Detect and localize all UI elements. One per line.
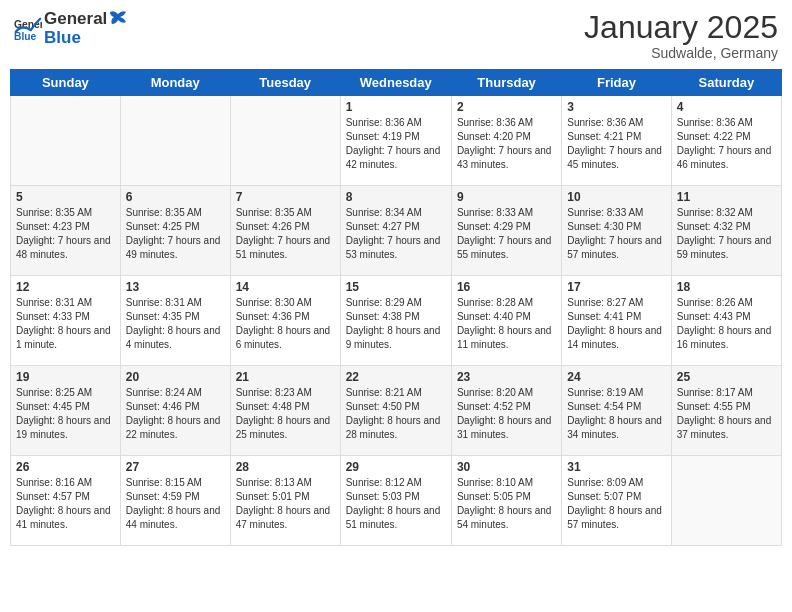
weekday-header-wednesday: Wednesday	[340, 70, 451, 96]
calendar-cell: 3Sunrise: 8:36 AMSunset: 4:21 PMDaylight…	[562, 96, 671, 186]
day-info: Sunrise: 8:12 AMSunset: 5:03 PMDaylight:…	[346, 476, 446, 532]
calendar-cell: 31Sunrise: 8:09 AMSunset: 5:07 PMDayligh…	[562, 456, 671, 546]
day-info: Sunrise: 8:33 AMSunset: 4:30 PMDaylight:…	[567, 206, 665, 262]
sunrise-text: Sunrise: 8:31 AM	[126, 297, 202, 308]
calendar-cell: 5Sunrise: 8:35 AMSunset: 4:23 PMDaylight…	[11, 186, 121, 276]
day-info: Sunrise: 8:21 AMSunset: 4:50 PMDaylight:…	[346, 386, 446, 442]
sunset-text: Sunset: 4:48 PM	[236, 401, 310, 412]
day-info: Sunrise: 8:34 AMSunset: 4:27 PMDaylight:…	[346, 206, 446, 262]
sunrise-text: Sunrise: 8:35 AM	[126, 207, 202, 218]
logo-bird-icon	[108, 10, 128, 28]
sunset-text: Sunset: 4:55 PM	[677, 401, 751, 412]
sunset-text: Sunset: 4:43 PM	[677, 311, 751, 322]
day-number: 22	[346, 370, 446, 384]
daylight-text: Daylight: 8 hours and 28 minutes.	[346, 415, 441, 440]
calendar-cell	[671, 456, 781, 546]
day-number: 11	[677, 190, 776, 204]
sunset-text: Sunset: 4:21 PM	[567, 131, 641, 142]
sunrise-text: Sunrise: 8:27 AM	[567, 297, 643, 308]
sunrise-text: Sunrise: 8:30 AM	[236, 297, 312, 308]
svg-text:Blue: Blue	[14, 31, 37, 42]
sunset-text: Sunset: 4:41 PM	[567, 311, 641, 322]
calendar-cell	[120, 96, 230, 186]
sunrise-text: Sunrise: 8:31 AM	[16, 297, 92, 308]
calendar-week-row: 12Sunrise: 8:31 AMSunset: 4:33 PMDayligh…	[11, 276, 782, 366]
sunrise-text: Sunrise: 8:35 AM	[236, 207, 312, 218]
day-number: 18	[677, 280, 776, 294]
daylight-text: Daylight: 8 hours and 16 minutes.	[677, 325, 772, 350]
day-number: 14	[236, 280, 335, 294]
logo-icon: General Blue	[14, 15, 42, 43]
sunrise-text: Sunrise: 8:34 AM	[346, 207, 422, 218]
calendar-week-row: 1Sunrise: 8:36 AMSunset: 4:19 PMDaylight…	[11, 96, 782, 186]
sunrise-text: Sunrise: 8:26 AM	[677, 297, 753, 308]
sunrise-text: Sunrise: 8:25 AM	[16, 387, 92, 398]
sunset-text: Sunset: 4:54 PM	[567, 401, 641, 412]
calendar-table: SundayMondayTuesdayWednesdayThursdayFrid…	[10, 69, 782, 546]
sunrise-text: Sunrise: 8:17 AM	[677, 387, 753, 398]
day-number: 16	[457, 280, 556, 294]
sunset-text: Sunset: 4:19 PM	[346, 131, 420, 142]
sunrise-text: Sunrise: 8:28 AM	[457, 297, 533, 308]
daylight-text: Daylight: 7 hours and 48 minutes.	[16, 235, 111, 260]
day-info: Sunrise: 8:13 AMSunset: 5:01 PMDaylight:…	[236, 476, 335, 532]
calendar-cell: 25Sunrise: 8:17 AMSunset: 4:55 PMDayligh…	[671, 366, 781, 456]
day-info: Sunrise: 8:15 AMSunset: 4:59 PMDaylight:…	[126, 476, 225, 532]
calendar-cell: 2Sunrise: 8:36 AMSunset: 4:20 PMDaylight…	[451, 96, 561, 186]
weekday-header-friday: Friday	[562, 70, 671, 96]
daylight-text: Daylight: 8 hours and 37 minutes.	[677, 415, 772, 440]
calendar-cell: 23Sunrise: 8:20 AMSunset: 4:52 PMDayligh…	[451, 366, 561, 456]
sunset-text: Sunset: 5:03 PM	[346, 491, 420, 502]
page-header: General Blue General Blue January 2025 S…	[10, 10, 782, 61]
sunset-text: Sunset: 4:26 PM	[236, 221, 310, 232]
sunset-text: Sunset: 4:30 PM	[567, 221, 641, 232]
daylight-text: Daylight: 8 hours and 44 minutes.	[126, 505, 221, 530]
day-number: 3	[567, 100, 665, 114]
daylight-text: Daylight: 7 hours and 53 minutes.	[346, 235, 441, 260]
calendar-week-row: 19Sunrise: 8:25 AMSunset: 4:45 PMDayligh…	[11, 366, 782, 456]
calendar-week-row: 26Sunrise: 8:16 AMSunset: 4:57 PMDayligh…	[11, 456, 782, 546]
sunrise-text: Sunrise: 8:32 AM	[677, 207, 753, 218]
calendar-subtitle: Sudwalde, Germany	[584, 45, 778, 61]
sunrise-text: Sunrise: 8:36 AM	[457, 117, 533, 128]
calendar-cell: 11Sunrise: 8:32 AMSunset: 4:32 PMDayligh…	[671, 186, 781, 276]
day-number: 26	[16, 460, 115, 474]
calendar-cell: 12Sunrise: 8:31 AMSunset: 4:33 PMDayligh…	[11, 276, 121, 366]
day-number: 25	[677, 370, 776, 384]
calendar-cell: 7Sunrise: 8:35 AMSunset: 4:26 PMDaylight…	[230, 186, 340, 276]
weekday-header-thursday: Thursday	[451, 70, 561, 96]
daylight-text: Daylight: 7 hours and 42 minutes.	[346, 145, 441, 170]
day-info: Sunrise: 8:35 AMSunset: 4:26 PMDaylight:…	[236, 206, 335, 262]
sunrise-text: Sunrise: 8:12 AM	[346, 477, 422, 488]
sunrise-text: Sunrise: 8:23 AM	[236, 387, 312, 398]
day-info: Sunrise: 8:26 AMSunset: 4:43 PMDaylight:…	[677, 296, 776, 352]
calendar-cell: 9Sunrise: 8:33 AMSunset: 4:29 PMDaylight…	[451, 186, 561, 276]
weekday-header-monday: Monday	[120, 70, 230, 96]
calendar-cell: 22Sunrise: 8:21 AMSunset: 4:50 PMDayligh…	[340, 366, 451, 456]
daylight-text: Daylight: 7 hours and 57 minutes.	[567, 235, 662, 260]
calendar-cell: 10Sunrise: 8:33 AMSunset: 4:30 PMDayligh…	[562, 186, 671, 276]
calendar-cell: 15Sunrise: 8:29 AMSunset: 4:38 PMDayligh…	[340, 276, 451, 366]
calendar-cell: 8Sunrise: 8:34 AMSunset: 4:27 PMDaylight…	[340, 186, 451, 276]
sunset-text: Sunset: 4:36 PM	[236, 311, 310, 322]
sunrise-text: Sunrise: 8:35 AM	[16, 207, 92, 218]
daylight-text: Daylight: 8 hours and 34 minutes.	[567, 415, 662, 440]
day-number: 28	[236, 460, 335, 474]
day-number: 12	[16, 280, 115, 294]
day-info: Sunrise: 8:16 AMSunset: 4:57 PMDaylight:…	[16, 476, 115, 532]
sunset-text: Sunset: 4:22 PM	[677, 131, 751, 142]
calendar-cell: 20Sunrise: 8:24 AMSunset: 4:46 PMDayligh…	[120, 366, 230, 456]
day-info: Sunrise: 8:32 AMSunset: 4:32 PMDaylight:…	[677, 206, 776, 262]
daylight-text: Daylight: 8 hours and 14 minutes.	[567, 325, 662, 350]
daylight-text: Daylight: 8 hours and 4 minutes.	[126, 325, 221, 350]
calendar-cell: 19Sunrise: 8:25 AMSunset: 4:45 PMDayligh…	[11, 366, 121, 456]
day-info: Sunrise: 8:30 AMSunset: 4:36 PMDaylight:…	[236, 296, 335, 352]
day-info: Sunrise: 8:09 AMSunset: 5:07 PMDaylight:…	[567, 476, 665, 532]
calendar-cell	[11, 96, 121, 186]
calendar-cell: 4Sunrise: 8:36 AMSunset: 4:22 PMDaylight…	[671, 96, 781, 186]
sunrise-text: Sunrise: 8:21 AM	[346, 387, 422, 398]
sunrise-text: Sunrise: 8:19 AM	[567, 387, 643, 398]
sunrise-text: Sunrise: 8:36 AM	[677, 117, 753, 128]
weekday-header-saturday: Saturday	[671, 70, 781, 96]
day-info: Sunrise: 8:31 AMSunset: 4:35 PMDaylight:…	[126, 296, 225, 352]
